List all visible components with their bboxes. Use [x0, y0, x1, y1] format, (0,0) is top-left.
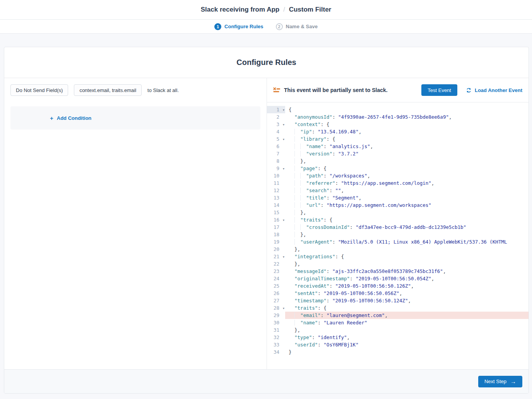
editor-line[interactable]: 24 "originalTimestamp": "2019-05-10T00:5… — [267, 275, 529, 282]
step-2-label: Name & Save — [286, 24, 318, 29]
editor-line[interactable]: 9▾ "page": { — [267, 165, 529, 172]
editor-gutter-cell: 14 — [267, 201, 285, 209]
editor-gutter-cell: 10 — [267, 172, 285, 179]
editor-line[interactable]: 22 }, — [267, 260, 529, 268]
editor-line[interactable]: 5▾ "library": { — [267, 135, 529, 143]
fold-arrow-icon[interactable]: ▾ — [283, 136, 284, 143]
json-editor[interactable]: 1▾{2 "anonymousId": "4f9390ae-2657-4fe1-… — [267, 102, 529, 369]
line-number: 2 — [267, 113, 285, 121]
test-event-button[interactable]: Test Event — [421, 84, 457, 96]
editor-gutter-cell: 23 — [267, 268, 285, 275]
line-number: 24 — [267, 275, 285, 282]
line-number: 4 — [267, 128, 285, 135]
editor-line[interactable]: 33 "userId": "OsY6MFBj1K" — [267, 341, 529, 348]
editor-line[interactable]: 16▾ "traits": { — [267, 216, 529, 223]
editor-line[interactable]: 8 }, — [267, 157, 529, 165]
fold-arrow-icon[interactable]: ▾ — [283, 121, 284, 128]
preview-header: This event will be partially sent to Sla… — [267, 78, 529, 102]
editor-gutter-cell: 16▾ — [267, 216, 285, 223]
editor-line[interactable]: 27 "timestamp": "2019-05-10T00:56:50.124… — [267, 297, 529, 304]
editor-line-code: "anonymousId": "4f9390ae-2657-4fe1-9d95-… — [285, 113, 529, 121]
partial-send-status-text: This event will be partially sent to Sla… — [284, 87, 388, 93]
line-number: 28 — [267, 304, 285, 312]
editor-line[interactable]: 21▾ "integrations": { — [267, 253, 529, 260]
step-name-and-save[interactable]: 2 Name & Save — [276, 23, 318, 30]
do-not-send-fields-button[interactable]: Do Not Send Field(s) — [10, 84, 68, 96]
step-configure-rules[interactable]: 1 Configure Rules — [214, 23, 263, 30]
line-number: 23 — [267, 268, 285, 275]
refresh-icon — [466, 87, 472, 93]
editor-gutter-cell: 13 — [267, 194, 285, 201]
editor-line-code: }, — [285, 209, 529, 216]
fold-arrow-icon[interactable]: ▾ — [283, 217, 284, 224]
editor-line-code: "path": "/workspaces", — [285, 172, 529, 179]
editor-line-code: "crossDomainId": "df3a47ee-bcc9-479d-add… — [285, 223, 529, 231]
editor-line[interactable]: 7 "version": "3.7.2" — [267, 150, 529, 157]
editor-gutter-cell: 32 — [267, 334, 285, 341]
editor-gutter-cell: 17 — [267, 223, 285, 231]
editor-line[interactable]: 26 "sentAt": "2019-05-10T00:56:50.056Z", — [267, 290, 529, 297]
editor-line[interactable]: 23 "messageId": "ajs-33ffc2ac0a550e8f053… — [267, 268, 529, 275]
editor-line-code: "search": "", — [285, 187, 529, 194]
editor-line[interactable]: 15 }, — [267, 209, 529, 216]
editor-line[interactable]: 4 "ip": "13.54.169.48", — [267, 128, 529, 135]
editor-gutter-cell: 7 — [267, 150, 285, 157]
editor-line-code: "title": "Segment", — [285, 194, 529, 201]
line-number: 19 — [267, 238, 285, 246]
editor-line[interactable]: 31 }, — [267, 326, 529, 334]
editor-gutter-cell: 9▾ — [267, 165, 285, 172]
editor-line[interactable]: 32 "type": "identify", — [267, 334, 529, 341]
editor-line[interactable]: 12 "search": "", — [267, 187, 529, 194]
card-content: Do Not Send Field(s) context.email, trai… — [4, 78, 529, 369]
editor-gutter-cell: 2 — [267, 113, 285, 121]
event-preview-panel: This event will be partially sent to Sla… — [267, 78, 529, 369]
editor-line[interactable]: 28▾ "traits": { — [267, 304, 529, 312]
add-condition-button[interactable]: + Add Condition — [50, 115, 91, 121]
line-number: 16 — [267, 216, 285, 223]
editor-line[interactable]: 11 "referrer": "https://app.segment.com/… — [267, 179, 529, 187]
editor-line-code: "userAgent": "Mozilla/5.0 (X11; Linux x8… — [285, 238, 529, 246]
editor-line[interactable]: 25 "receivedAt": "2019-05-10T00:56:50.12… — [267, 282, 529, 290]
editor-line[interactable]: 6 "name": "analytics.js", — [267, 143, 529, 150]
editor-gutter-cell: 18 — [267, 231, 285, 238]
editor-line[interactable]: 19 "userAgent": "Mozilla/5.0 (X11; Linux… — [267, 238, 529, 246]
editor-line-code: "library": { — [285, 135, 529, 143]
line-number: 27 — [267, 297, 285, 304]
editor-line[interactable]: 10 "path": "/workspaces", — [267, 172, 529, 179]
editor-line[interactable]: 18 }, — [267, 231, 529, 238]
line-number: 8 — [267, 157, 285, 165]
editor-line[interactable]: 13 "title": "Segment", — [267, 194, 529, 201]
editor-gutter-cell: 8 — [267, 157, 285, 165]
editor-gutter-cell: 4 — [267, 128, 285, 135]
line-number: 7 — [267, 150, 285, 157]
line-number: 18 — [267, 231, 285, 238]
breadcrumb-current: Custom Filter — [289, 6, 332, 14]
line-number: 5 — [267, 135, 285, 143]
filter-fields-button[interactable]: context.email, traits.email — [74, 84, 142, 96]
editor-line[interactable]: 1▾{ — [267, 106, 529, 113]
editor-line-code: "version": "3.7.2" — [285, 150, 529, 157]
editor-line[interactable]: 34} — [267, 348, 529, 356]
line-number: 3 — [267, 121, 285, 128]
editor-line[interactable]: 17 "crossDomainId": "df3a47ee-bcc9-479d-… — [267, 223, 529, 231]
fold-arrow-icon[interactable]: ▾ — [283, 165, 284, 172]
load-another-event-button[interactable]: Load Another Event — [466, 87, 522, 93]
line-number: 11 — [267, 179, 285, 187]
editor-line-code: "traits": { — [285, 216, 529, 223]
editor-line[interactable]: 20 }, — [267, 246, 529, 253]
card-footer: Next Step → — [4, 369, 529, 393]
editor-line-code: "receivedAt": "2019-05-10T00:56:50.126Z"… — [285, 282, 529, 290]
editor-gutter-cell: 3▾ — [267, 121, 285, 128]
editor-line[interactable]: 14 "url": "https://app.segment.com/works… — [267, 201, 529, 209]
editor-line[interactable]: 3▾ "context": { — [267, 121, 529, 128]
editor-line[interactable]: 30 "name": "Lauren Reeder" — [267, 319, 529, 326]
editor-line-code: }, — [285, 231, 529, 238]
editor-line[interactable]: 29 "email": "lauren@segment.com", — [267, 312, 529, 319]
fold-arrow-icon[interactable]: ▾ — [283, 106, 284, 114]
fold-arrow-icon[interactable]: ▾ — [283, 305, 284, 312]
line-number: 20 — [267, 246, 285, 253]
editor-line[interactable]: 2 "anonymousId": "4f9390ae-2657-4fe1-9d9… — [267, 113, 529, 121]
next-step-button[interactable]: Next Step → — [478, 376, 522, 387]
page-header: Slack receiving from App / Custom Filter — [0, 0, 532, 20]
fold-arrow-icon[interactable]: ▾ — [283, 253, 284, 261]
